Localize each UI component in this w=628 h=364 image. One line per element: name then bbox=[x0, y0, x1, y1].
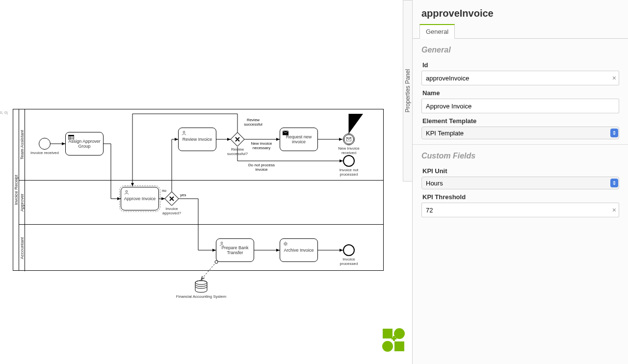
tab-general[interactable]: General bbox=[419, 24, 455, 39]
task-label: Archive Invoice bbox=[284, 248, 314, 253]
clear-id-icon[interactable]: × bbox=[612, 74, 616, 82]
business-rule-task-icon bbox=[68, 135, 74, 140]
task-request-new-invoice[interactable]: Request new invoice bbox=[280, 128, 318, 151]
properties-tabs: General bbox=[413, 24, 628, 39]
task-approve-invoice[interactable]: Approve Invoice bbox=[121, 187, 159, 210]
label-kpi-unit: KPI Unit bbox=[422, 167, 618, 175]
svg-point-8 bbox=[183, 131, 185, 133]
svg-line-20 bbox=[287, 242, 287, 243]
select-arrows-icon[interactable] bbox=[610, 129, 618, 137]
task-archive-invoice[interactable]: Archive Invoice bbox=[280, 238, 318, 262]
svg-point-6 bbox=[126, 190, 128, 192]
properties-panel-toggle[interactable]: Properties Panel bbox=[403, 0, 412, 182]
svg-line-21 bbox=[284, 245, 285, 245]
pool-label[interactable]: Invoice Receipt bbox=[13, 109, 19, 270]
svg-rect-1 bbox=[68, 135, 74, 136]
task-label: Assign Approver Group bbox=[68, 139, 101, 149]
label-kpi-threshold: KPI Threshold bbox=[422, 193, 618, 201]
task-label: Review Invoice bbox=[183, 137, 212, 142]
input-id[interactable] bbox=[421, 71, 619, 85]
canvas-coordinates: 0, 0) bbox=[0, 110, 8, 115]
select-arrows-icon[interactable] bbox=[610, 179, 618, 187]
label-element-template: Element Template bbox=[422, 117, 618, 125]
input-name[interactable] bbox=[421, 99, 619, 113]
lane-label[interactable]: Team Assistant bbox=[19, 109, 25, 180]
svg-rect-27 bbox=[394, 341, 404, 351]
svg-point-12 bbox=[221, 242, 223, 244]
message-icon bbox=[346, 137, 351, 141]
lane-accountant[interactable]: Accountant bbox=[19, 225, 383, 271]
start-event-invoice-received[interactable]: Invoice received bbox=[39, 138, 51, 150]
svg-rect-24 bbox=[383, 329, 392, 338]
diagram-canvas[interactable]: 0, 0) Invoice Receipt Team Assistant App… bbox=[0, 0, 412, 364]
gateway-invoice-approved[interactable]: Invoice approved? bbox=[165, 192, 179, 206]
data-store-financial-accounting-system[interactable]: Financial Accounting System bbox=[194, 280, 208, 293]
lane-approver[interactable]: Approver bbox=[19, 181, 383, 225]
svg-point-25 bbox=[394, 328, 405, 339]
svg-point-13 bbox=[285, 243, 287, 245]
properties-panel: approveInvoice General General Id × Name… bbox=[412, 0, 628, 364]
intermediate-event-new-invoice-received[interactable]: New Invoice received bbox=[343, 133, 355, 145]
select-kpi-unit[interactable] bbox=[421, 177, 619, 189]
task-assign-approver-group[interactable]: Assign Approver Group bbox=[65, 132, 104, 156]
task-label: Prepare Bank Transfer bbox=[218, 245, 252, 255]
end-event-invoice-not-processed[interactable]: Invoice not processed bbox=[343, 155, 355, 167]
task-prepare-bank-transfer[interactable]: Prepare Bank Transfer bbox=[216, 238, 254, 262]
svg-line-18 bbox=[284, 242, 285, 243]
send-task-icon bbox=[283, 130, 288, 135]
properties-panel-title: approveInvoice bbox=[413, 0, 628, 24]
bpmn-io-logo[interactable] bbox=[382, 328, 406, 352]
group-heading-custom-fields: Custom Fields bbox=[413, 145, 628, 163]
user-task-icon bbox=[181, 130, 187, 135]
svg-line-19 bbox=[287, 245, 287, 245]
svg-rect-29 bbox=[393, 336, 395, 341]
label-name: Name bbox=[422, 89, 618, 97]
lane-label[interactable]: Approver bbox=[19, 181, 25, 224]
group-heading-general: General bbox=[413, 39, 628, 57]
gateway-review-successful[interactable]: Review successful? bbox=[231, 132, 244, 146]
input-kpi-threshold[interactable] bbox=[421, 203, 619, 217]
end-event-invoice-processed[interactable]: Invoice processed bbox=[343, 244, 355, 256]
task-review-invoice[interactable]: Review Invoice bbox=[178, 128, 216, 151]
task-label: Request new invoice bbox=[282, 134, 315, 144]
service-task-icon bbox=[283, 241, 288, 246]
select-element-template[interactable] bbox=[421, 127, 619, 139]
user-task-icon bbox=[219, 241, 225, 246]
clear-kpi-threshold-icon[interactable]: × bbox=[612, 206, 616, 214]
svg-point-26 bbox=[382, 341, 393, 352]
label-id: Id bbox=[422, 61, 618, 69]
user-task-icon bbox=[124, 190, 130, 195]
lane-label[interactable]: Accountant bbox=[19, 225, 25, 271]
task-label: Approve Invoice bbox=[124, 196, 156, 201]
